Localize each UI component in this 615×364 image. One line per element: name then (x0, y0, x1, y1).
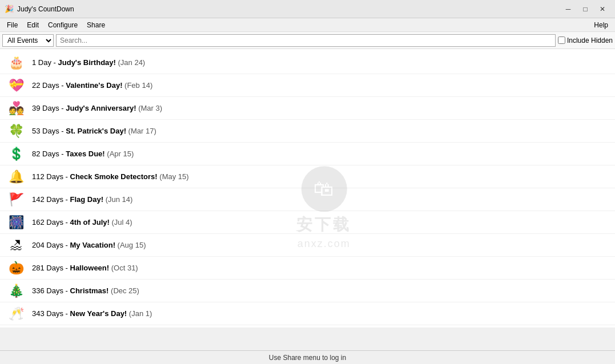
menu-edit[interactable]: Edit (22, 20, 43, 30)
event-row[interactable]: 🎂1 Day - Judy's Birthday! (Jan 24) (0, 51, 615, 74)
event-row[interactable]: 🏖204 Days - My Vacation! (Aug 15) (0, 234, 615, 257)
event-text: 162 Days - 4th of July! (Jul 4) (32, 218, 132, 227)
app-title: Judy's CountDown (17, 5, 560, 13)
event-row[interactable]: 🎄336 Days - Christmas! (Dec 25) (0, 280, 615, 302)
event-icon: 🎄 (5, 281, 27, 301)
event-text: 22 Days - Valentine's Day! (Feb 14) (32, 81, 152, 90)
event-text: 336 Days - Christmas! (Dec 25) (32, 286, 139, 295)
event-icon: 🚩 (5, 189, 27, 210)
event-icon: 🥂 (5, 304, 27, 324)
menu-file[interactable]: File (2, 20, 22, 30)
event-row[interactable]: 🥂343 Days - New Year's Day! (Jan 1) (0, 302, 615, 325)
event-row[interactable]: 💑39 Days - Judy's Anniversary! (Mar 3) (0, 97, 615, 120)
status-text: Use Share menu to log in (269, 354, 346, 362)
event-icon: 🎂 (5, 52, 27, 73)
event-text: 53 Days - St. Patrick's Day! (Mar 17) (32, 127, 156, 135)
event-icon: 🎃 (5, 258, 27, 278)
event-text: 1 Day - Judy's Birthday! (Jan 24) (32, 58, 145, 67)
search-input[interactable] (56, 34, 556, 47)
maximize-button[interactable]: □ (577, 3, 593, 15)
event-row[interactable]: 💝22 Days - Valentine's Day! (Feb 14) (0, 74, 615, 97)
event-text: 343 Days - New Year's Day! (Jan 1) (32, 309, 152, 318)
event-row[interactable]: 🎃281 Days - Halloween! (Oct 31) (0, 257, 615, 280)
event-row[interactable]: 🍀53 Days - St. Patrick's Day! (Mar 17) (0, 120, 615, 143)
minimize-button[interactable]: ─ (560, 3, 576, 15)
event-icon: 🎆 (5, 212, 27, 233)
menu-help[interactable]: Help (589, 20, 613, 30)
app-icon: 🎉 (5, 5, 14, 14)
event-icon: 💝 (5, 75, 27, 96)
event-text: 281 Days - Halloween! (Oct 31) (32, 264, 138, 272)
event-row[interactable]: 🎆162 Days - 4th of July! (Jul 4) (0, 211, 615, 234)
event-list: 🎂1 Day - Judy's Birthday! (Jan 24)💝22 Da… (0, 49, 615, 327)
event-text: 39 Days - Judy's Anniversary! (Mar 3) (32, 104, 162, 112)
event-text: 204 Days - My Vacation! (Aug 15) (32, 241, 146, 249)
event-icon: 🍀 (5, 121, 27, 141)
close-button[interactable]: ✕ (594, 3, 610, 15)
event-icon: 🏖 (5, 235, 27, 256)
event-text: 82 Days - Taxes Due! (Apr 15) (32, 149, 134, 158)
include-hidden-label[interactable]: Include Hidden (558, 37, 613, 45)
event-row[interactable]: 🚩142 Days - Flag Day! (Jun 14) (0, 188, 615, 211)
include-hidden-text: Include Hidden (567, 37, 613, 45)
menu-configure[interactable]: Configure (43, 20, 82, 30)
event-text: 112 Days - Check Smoke Detectors! (May 1… (32, 172, 189, 181)
event-icon: 🔔 (5, 167, 27, 187)
event-icon: 💲 (5, 144, 27, 164)
filter-select[interactable]: All EventsUpcomingPastHidden (2, 34, 54, 47)
event-icon: 💑 (5, 98, 27, 119)
status-bar: Use Share menu to log in (0, 350, 615, 364)
menu-share[interactable]: Share (82, 20, 110, 30)
title-bar: 🎉 Judy's CountDown ─ □ ✕ (0, 0, 615, 18)
event-row[interactable]: 🔔112 Days - Check Smoke Detectors! (May … (0, 165, 615, 188)
event-text: 142 Days - Flag Day! (Jun 14) (32, 195, 132, 204)
window-controls: ─ □ ✕ (560, 3, 610, 15)
menu-bar: File Edit Configure Share Help (0, 18, 615, 32)
include-hidden-checkbox[interactable] (558, 37, 565, 44)
toolbar: All EventsUpcomingPastHidden Include Hid… (0, 32, 615, 49)
event-row[interactable]: 💲82 Days - Taxes Due! (Apr 15) (0, 143, 615, 165)
